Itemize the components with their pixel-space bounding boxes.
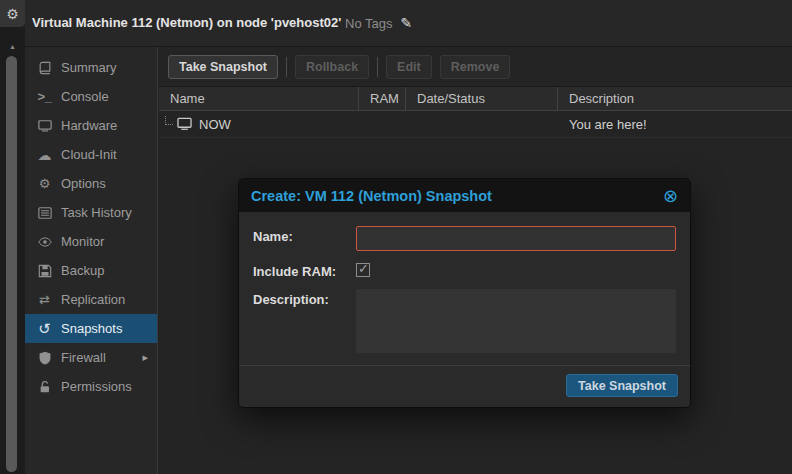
sidebar-item-replication[interactable]: ⇄Replication — [25, 285, 157, 314]
dialog-body: Name: Include RAM: Description: — [239, 212, 690, 353]
toolbar-separator — [286, 57, 287, 77]
monitor-icon — [177, 117, 192, 131]
sidebar-item-summary[interactable]: Summary — [25, 53, 157, 82]
gear-icon: ⚙ — [6, 6, 19, 22]
cloud-icon: ☁ — [36, 147, 53, 163]
description-field-label: Description: — [253, 289, 356, 353]
sidebar-item-hardware[interactable]: Hardware — [25, 111, 157, 140]
sidebar-item-label: Summary — [61, 60, 117, 75]
terminal-icon: >_ — [36, 89, 53, 104]
cell-ram — [359, 111, 406, 137]
toolbar-button-edit[interactable]: Edit — [386, 55, 432, 79]
sidebar-item-snapshots[interactable]: ↺Snapshots — [25, 314, 157, 343]
sidebar-item-label: Console — [61, 89, 109, 104]
name-input[interactable] — [356, 226, 676, 251]
titlebar: Virtual Machine 112 (Netmon) on node 'pv… — [25, 0, 792, 47]
vm-nav-sidebar: Summary>_ConsoleHardware☁Cloud-Init⚙Opti… — [25, 47, 158, 474]
shield-icon — [36, 351, 53, 365]
sidebar-item-label: Options — [61, 176, 106, 191]
sidebar-item-cloud-init[interactable]: ☁Cloud-Init — [25, 140, 157, 169]
name-field-label: Name: — [253, 226, 356, 251]
column-header-name[interactable]: Name — [159, 87, 359, 110]
include-ram-label: Include RAM: — [253, 261, 356, 279]
gear-icon: ⚙ — [36, 176, 53, 191]
scroll-up-arrow-icon[interactable]: ▲ — [0, 43, 25, 50]
tree-elbow-icon — [165, 116, 173, 125]
sidebar-item-label: Permissions — [61, 379, 132, 394]
sidebar-item-options[interactable]: ⚙Options — [25, 169, 157, 198]
sidebar-item-firewall[interactable]: Firewall▸ — [25, 343, 157, 372]
sidebar-item-task-history[interactable]: Task History — [25, 198, 157, 227]
history-icon: ↺ — [36, 320, 53, 338]
chevron-right-icon: ▸ — [142, 351, 148, 364]
sidebar-item-backup[interactable]: Backup — [25, 256, 157, 285]
sidebar-item-label: Firewall — [61, 350, 106, 365]
sidebar-item-label: Hardware — [61, 118, 117, 133]
sidebar-item-label: Backup — [61, 263, 104, 278]
create-snapshot-dialog: Create: VM 112 (Netmon) Snapshot ⊗ Name:… — [238, 178, 691, 408]
column-header-date-status[interactable]: Date/Status — [406, 87, 558, 110]
tree-scrollbar: ▲ — [0, 27, 25, 474]
description-textarea[interactable] — [356, 289, 676, 353]
include-ram-checkbox[interactable] — [356, 263, 370, 277]
snapshot-toolbar: Take SnapshotRollbackEditRemove — [159, 47, 792, 86]
sidebar-item-label: Cloud-Init — [61, 147, 117, 162]
edit-tags-pencil-icon[interactable]: ✎ — [400, 15, 412, 31]
dialog-footer: Take Snapshot — [239, 365, 690, 407]
book-icon — [36, 61, 53, 75]
toolbar-button-take-snapshot[interactable]: Take Snapshot — [168, 55, 278, 79]
snapshot-row-now[interactable]: NOWYou are here! — [159, 111, 792, 138]
cell-name: NOW — [159, 111, 359, 137]
close-icon[interactable]: ⊗ — [663, 187, 678, 205]
replication-icon: ⇄ — [36, 292, 53, 307]
sidebar-item-monitor[interactable]: Monitor — [25, 227, 157, 256]
column-header-description[interactable]: Description — [558, 87, 792, 110]
take-snapshot-submit-button[interactable]: Take Snapshot — [566, 374, 678, 397]
toolbar-separator — [377, 57, 378, 77]
settings-button[interactable]: ⚙ — [0, 0, 25, 27]
sidebar-item-console[interactable]: >_Console — [25, 82, 157, 111]
column-header-ram[interactable]: RAM — [359, 87, 406, 110]
sidebar-item-permissions[interactable]: Permissions — [25, 372, 157, 401]
dialog-title: Create: VM 112 (Netmon) Snapshot — [251, 188, 492, 204]
monitor-icon — [36, 119, 53, 133]
snapshot-name: NOW — [199, 117, 231, 132]
toolbar-button-remove[interactable]: Remove — [440, 55, 511, 79]
sidebar-item-label: Replication — [61, 292, 125, 307]
table-header-row: NameRAMDate/StatusDescription — [159, 86, 792, 111]
toolbar-button-rollback[interactable]: Rollback — [295, 55, 369, 79]
sidebar-item-label: Monitor — [61, 234, 104, 249]
scrollbar-thumb[interactable] — [6, 56, 17, 472]
page-title: Virtual Machine 112 (Netmon) on node 'pv… — [32, 15, 341, 30]
floppy-icon — [36, 264, 53, 278]
sidebar-item-label: Task History — [61, 205, 132, 220]
list-icon — [36, 206, 53, 220]
tags-area: No Tags ✎ — [345, 15, 412, 31]
sidebar-item-label: Snapshots — [61, 321, 122, 336]
unlock-icon — [36, 380, 53, 394]
tags-label: No Tags — [345, 16, 392, 31]
table-body: NOWYou are here! — [159, 111, 792, 138]
dialog-header: Create: VM 112 (Netmon) Snapshot ⊗ — [239, 179, 690, 212]
cell-date-status — [406, 111, 558, 137]
cell-description: You are here! — [558, 111, 792, 137]
eye-icon — [36, 235, 53, 249]
